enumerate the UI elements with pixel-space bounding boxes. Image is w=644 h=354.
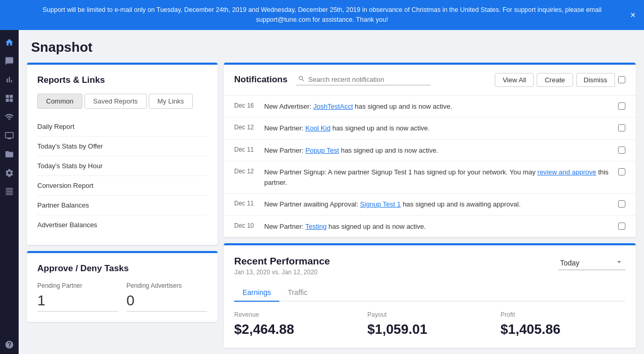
create-button[interactable]: Create bbox=[537, 73, 573, 87]
profit-label: Profit bbox=[500, 311, 625, 318]
approve-deny-title: Approve / Deny Tasks bbox=[37, 263, 207, 274]
chevron-down-icon bbox=[615, 258, 623, 268]
notif-text: New Advertiser: JoshTestAcct has signed … bbox=[264, 101, 610, 112]
table-icon[interactable] bbox=[1, 183, 18, 200]
search-input[interactable] bbox=[308, 76, 428, 83]
notif-date: Dec 11 bbox=[234, 200, 256, 207]
home-icon[interactable] bbox=[1, 34, 18, 51]
tab-earnings[interactable]: Earnings bbox=[234, 284, 279, 302]
approve-deny-card: Approve / Deny Tasks Pending Partner 1 P… bbox=[27, 251, 218, 322]
notif-link[interactable]: Kool Kid bbox=[305, 124, 330, 132]
notif-text: New Partner Signup: A new partner Signup… bbox=[264, 167, 610, 187]
list-item[interactable]: Conversion Report bbox=[37, 176, 207, 196]
list-item[interactable]: Today's Stats by Offer bbox=[37, 137, 207, 156]
notification-checkbox[interactable] bbox=[618, 124, 625, 131]
pending-partner-value: 1 bbox=[37, 292, 118, 312]
list-item[interactable]: Daily Report bbox=[37, 117, 207, 137]
sidebar bbox=[0, 30, 19, 355]
signal-icon[interactable] bbox=[1, 109, 18, 125]
revenue-value: $2,464.88 bbox=[234, 321, 359, 337]
notification-row: Dec 10 New Partner: Testing has signed u… bbox=[224, 216, 636, 238]
notification-checkbox[interactable] bbox=[618, 200, 625, 208]
notif-text: New Partner: Popup Test has signed up an… bbox=[264, 145, 610, 156]
notif-date: Dec 12 bbox=[234, 124, 256, 131]
select-all-checkbox[interactable] bbox=[618, 76, 625, 83]
notification-row: Dec 12 New Partner Signup: A new partner… bbox=[224, 161, 636, 194]
notif-text: New Partner: Kool Kid has signed up and … bbox=[264, 123, 610, 134]
pending-partner-label: Pending Partner bbox=[37, 282, 118, 289]
reports-links-tabs: Common Saved Reports My Links bbox=[37, 94, 207, 109]
list-item[interactable]: Today's Stats by Hour bbox=[37, 156, 207, 176]
settings-icon[interactable] bbox=[1, 165, 18, 181]
notif-date: Dec 11 bbox=[234, 146, 256, 153]
notif-link[interactable]: Signup Test 1 bbox=[360, 200, 401, 208]
pending-advertisers-label: Pending Advertisers bbox=[126, 282, 207, 289]
notifications-title: Notifications bbox=[234, 75, 288, 85]
tab-saved-reports[interactable]: Saved Reports bbox=[84, 94, 147, 109]
left-column: Reports & Links Common Saved Reports My … bbox=[27, 63, 224, 348]
display-icon[interactable] bbox=[1, 127, 18, 144]
period-label: Today bbox=[560, 259, 579, 267]
notification-row: Dec 16 New Advertiser: JoshTestAcct has … bbox=[224, 96, 636, 118]
payout-label: Payout bbox=[367, 311, 492, 318]
tab-traffic[interactable]: Traffic bbox=[279, 284, 316, 302]
list-item[interactable]: Advertiser Balances bbox=[37, 215, 207, 234]
performance-title-section: Recent Performance Jan 13, 2020 vs. Jan … bbox=[234, 256, 330, 276]
pending-advertisers-section: Pending Advertisers 0 bbox=[126, 282, 207, 312]
folder-icon[interactable] bbox=[1, 146, 18, 163]
notif-date: Dec 10 bbox=[234, 222, 256, 229]
payout-value: $1,059.01 bbox=[367, 321, 492, 337]
notification-actions: View All Create Dismiss bbox=[495, 73, 625, 87]
list-item[interactable]: Partner Balances bbox=[37, 196, 207, 215]
reports-links-title: Reports & Links bbox=[37, 75, 207, 85]
grid-icon[interactable] bbox=[1, 90, 18, 107]
recent-performance-card: Recent Performance Jan 13, 2020 vs. Jan … bbox=[224, 243, 636, 348]
notification-checkbox[interactable] bbox=[618, 146, 625, 154]
report-list: Daily Report Today's Stats by Offer Toda… bbox=[37, 117, 207, 234]
performance-title: Recent Performance bbox=[234, 256, 330, 267]
page-title: Snapshot bbox=[19, 30, 644, 63]
notif-link[interactable]: review and approve bbox=[537, 168, 596, 176]
performance-tabs: Earnings Traffic bbox=[234, 284, 625, 302]
bar-chart-icon[interactable] bbox=[1, 71, 18, 88]
dismiss-button[interactable]: Dismiss bbox=[576, 73, 616, 87]
notif-date: Dec 12 bbox=[234, 168, 256, 175]
notif-link[interactable]: Testing bbox=[305, 223, 326, 230]
pending-advertisers-value: 0 bbox=[126, 292, 207, 312]
performance-metrics: Revenue $2,464.88 Payout $1,059.01 Profi… bbox=[234, 311, 625, 337]
notification-row: Dec 11 New Partner awaiting Approval: Si… bbox=[224, 194, 636, 216]
profit-value: $1,405.86 bbox=[500, 321, 625, 337]
right-column: Notifications View All Create Dismiss bbox=[224, 63, 636, 348]
payout-metric: Payout $1,059.01 bbox=[367, 311, 492, 337]
notification-checkbox[interactable] bbox=[618, 168, 625, 175]
notification-checkbox[interactable] bbox=[618, 102, 625, 110]
notif-link[interactable]: JoshTestAcct bbox=[313, 102, 353, 110]
profit-metric: Profit $1,405.86 bbox=[500, 311, 625, 337]
search-box bbox=[296, 74, 431, 85]
notif-date: Dec 16 bbox=[234, 102, 256, 109]
notification-checkbox[interactable] bbox=[618, 223, 625, 230]
banner-text: Support will be limited to e-mail only o… bbox=[42, 6, 602, 23]
chat-icon[interactable] bbox=[1, 53, 18, 69]
performance-header: Recent Performance Jan 13, 2020 vs. Jan … bbox=[234, 256, 625, 276]
reports-links-card: Reports & Links Common Saved Reports My … bbox=[27, 63, 218, 245]
performance-subtitle: Jan 13, 2020 vs. Jan 12, 2020 bbox=[234, 269, 330, 276]
notification-row: Dec 11 New Partner: Popup Test has signe… bbox=[224, 140, 636, 162]
notif-text: New Partner awaiting Approval: Signup Te… bbox=[264, 199, 610, 210]
help-icon[interactable] bbox=[1, 336, 18, 353]
revenue-metric: Revenue $2,464.88 bbox=[234, 311, 359, 337]
search-icon bbox=[298, 75, 305, 84]
notifications-header: Notifications View All Create Dismiss bbox=[224, 65, 636, 96]
period-select[interactable]: Today bbox=[558, 256, 625, 270]
pending-partner-section: Pending Partner 1 bbox=[37, 282, 118, 312]
view-all-button[interactable]: View All bbox=[495, 73, 534, 87]
approve-deny-grid: Pending Partner 1 Pending Advertisers 0 bbox=[37, 282, 207, 312]
revenue-label: Revenue bbox=[234, 311, 359, 318]
notification-row: Dec 12 New Partner: Kool Kid has signed … bbox=[224, 117, 636, 140]
banner-close-button[interactable]: × bbox=[630, 9, 636, 20]
tab-common[interactable]: Common bbox=[37, 94, 82, 109]
notifications-card: Notifications View All Create Dismiss bbox=[224, 63, 636, 238]
announcement-banner: Support will be limited to e-mail only o… bbox=[0, 0, 644, 30]
tab-my-links[interactable]: My Links bbox=[149, 94, 193, 109]
notif-link[interactable]: Popup Test bbox=[305, 146, 339, 154]
